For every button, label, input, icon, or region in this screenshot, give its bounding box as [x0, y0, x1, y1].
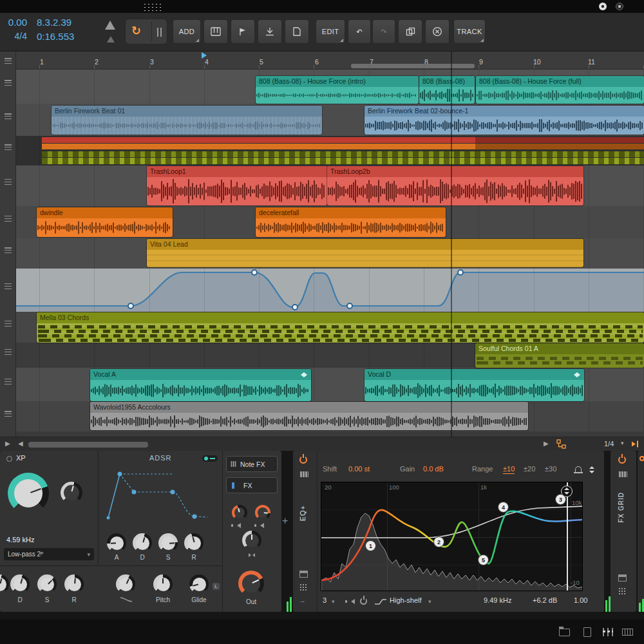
- clip-vocal-a[interactable]: Vocal A: [90, 369, 311, 401]
- filter-resonance-knob[interactable]: [61, 482, 82, 504]
- clip-beat-02[interactable]: Berlin Firework Beat 02-bounce-1: [365, 106, 644, 135]
- range-30-option[interactable]: ±30: [545, 465, 556, 473]
- clip-bass-mid[interactable]: 808 (Bass-08): [419, 76, 475, 104]
- mini-clip-strip-red[interactable]: [42, 137, 475, 143]
- clip-trashloop2b[interactable]: TrashLoop2b: [327, 166, 583, 205]
- eq-band-5-handle[interactable]: 5: [478, 555, 488, 565]
- eq-band-3-handle[interactable]: 3: [556, 495, 565, 504]
- record-status-icon[interactable]: [599, 3, 607, 10]
- add-button[interactable]: ADD: [173, 19, 201, 44]
- zoom-menu-caret[interactable]: ▾: [621, 440, 624, 446]
- signal-flow-icon[interactable]: →: [299, 596, 306, 604]
- pitch-knob[interactable]: [153, 574, 173, 594]
- band-type-caret[interactable]: ▾: [428, 598, 431, 605]
- clip-dwindle[interactable]: dwindle: [37, 207, 173, 237]
- eq-band-1-handle[interactable]: 1: [366, 541, 375, 551]
- track-menu-icon[interactable]: [5, 58, 12, 64]
- clip-fade-icon[interactable]: [573, 372, 581, 377]
- gain-value[interactable]: 0.0 dB: [423, 465, 444, 473]
- groove-icon[interactable]: [107, 36, 115, 43]
- band-q-value[interactable]: 1.00: [574, 596, 587, 604]
- loop-toggle[interactable]: ↻: [131, 24, 141, 38]
- band-type-value[interactable]: High-shelf: [390, 596, 422, 604]
- redo-button[interactable]: ↷: [372, 19, 395, 44]
- clip-bass-full[interactable]: 808 (Bass-08) - House Force (full): [476, 76, 644, 104]
- track-menu-icon[interactable]: [5, 411, 12, 417]
- mini-clip-strip-green-1[interactable]: [42, 151, 644, 157]
- fx-chain-button[interactable]: FX: [226, 477, 278, 493]
- bitwig-dots-logo-icon[interactable]: [143, 3, 162, 11]
- track-button[interactable]: TRACK: [453, 19, 486, 44]
- filter-cutoff-knob[interactable]: [8, 473, 49, 514]
- glide-knob[interactable]: [189, 574, 209, 594]
- mini-clip-strip-red-2[interactable]: [475, 137, 644, 143]
- fx-send-2-knob[interactable]: [255, 505, 270, 520]
- track-menu-icon[interactable]: [5, 216, 12, 222]
- track-menu-icon[interactable]: [5, 349, 12, 355]
- fx-send-1-knob[interactable]: [232, 505, 247, 520]
- mini-clip-strip-orange[interactable]: [42, 144, 475, 149]
- attack-knob[interactable]: [107, 533, 126, 553]
- track-menu-icon[interactable]: [5, 379, 12, 384]
- track-menu-icon[interactable]: [5, 179, 12, 185]
- track-menu-icon[interactable]: [5, 283, 12, 289]
- play-from-here-icon[interactable]: ▶: [544, 440, 549, 447]
- glide-legato-badge[interactable]: L: [213, 583, 220, 590]
- horizontal-scrollbar-thumb[interactable]: [28, 442, 148, 448]
- clip-fade-icon[interactable]: [300, 372, 308, 377]
- eq-band-4-handle[interactable]: 4: [498, 502, 508, 512]
- punch-icon[interactable]: [157, 28, 163, 37]
- inspector-panel-icon[interactable]: [583, 627, 591, 637]
- band-freq-value[interactable]: 9.49 kHz: [484, 596, 511, 604]
- remote-controls-icon[interactable]: [299, 583, 307, 591]
- band-select[interactable]: 3: [323, 596, 327, 604]
- device-power-icon[interactable]: [299, 456, 307, 464]
- tempo-display[interactable]: 0.00: [0, 17, 27, 28]
- browser-panel-icon[interactable]: [559, 629, 570, 636]
- clip-wavoloid[interactable]: Wavoloid1955 Acccolours: [90, 402, 528, 430]
- velocity-mod-knob[interactable]: [242, 531, 261, 550]
- filter-env-knob[interactable]: [116, 574, 135, 594]
- device-power-icon[interactable]: [639, 456, 644, 461]
- playhead-time-display[interactable]: 0:16.553: [37, 31, 74, 42]
- follow-playhead-button[interactable]: [258, 19, 282, 44]
- eq-frequency-graph[interactable]: 20 100 1k 10k -10: [321, 482, 583, 591]
- clip-beat-01[interactable]: Berlin Firework Beat 01: [52, 106, 322, 135]
- range-10-option[interactable]: ±10: [503, 465, 515, 474]
- play-start-marker[interactable]: [202, 52, 207, 59]
- time-signature-display[interactable]: 4/4: [0, 31, 27, 41]
- duplicate-button[interactable]: [398, 19, 422, 44]
- playhead-position-display[interactable]: 8.3.2.39: [37, 17, 71, 28]
- device-name-vertical[interactable]: FX GRID: [618, 492, 625, 523]
- band-gain-value[interactable]: +6.2 dB: [533, 596, 557, 604]
- onscreen-keyboard-icon[interactable]: [622, 629, 633, 636]
- track-menu-icon[interactable]: [5, 144, 12, 150]
- timeline-ruler[interactable]: 1 2 3 4 5 6 7 8 9 10 11: [0, 52, 644, 70]
- output-volume-knob[interactable]: [238, 571, 264, 596]
- shift-value[interactable]: 0.00 st: [348, 465, 370, 473]
- engine-status-icon[interactable]: [616, 3, 623, 10]
- mod-knob-cut[interactable]: [0, 574, 9, 594]
- scroll-right-icon[interactable]: ◀: [18, 440, 23, 447]
- band-3-frequency-line[interactable]: [567, 482, 568, 591]
- edit-button[interactable]: EDIT: [316, 19, 345, 44]
- decay-knob[interactable]: [133, 533, 152, 553]
- remote-controls-icon[interactable]: [618, 587, 626, 595]
- zoom-level[interactable]: 1/4: [604, 440, 614, 448]
- device-name-vertical[interactable]: EQ+: [299, 505, 307, 521]
- mixer-panel-icon[interactable]: [603, 628, 613, 636]
- scroll-left-icon[interactable]: ▶: [5, 440, 10, 447]
- export-button[interactable]: [285, 19, 309, 44]
- pen-tool-button[interactable]: [204, 19, 228, 44]
- undo-button[interactable]: ↶: [348, 19, 371, 44]
- track-menu-icon[interactable]: [5, 247, 12, 253]
- spectrum-toggle-icon[interactable]: [589, 466, 594, 473]
- routing-icon[interactable]: [556, 439, 566, 449]
- env-mode-toggle[interactable]: [202, 455, 218, 462]
- range-20-option[interactable]: ±20: [524, 465, 535, 473]
- clip-vita-lead[interactable]: Vita 04 Lead: [147, 239, 583, 267]
- clip-mella-chords[interactable]: Mella 03 Chords: [37, 312, 644, 343]
- release-knob[interactable]: [184, 533, 204, 553]
- expand-window-icon[interactable]: [618, 574, 627, 582]
- audition-bell-icon[interactable]: [575, 466, 582, 472]
